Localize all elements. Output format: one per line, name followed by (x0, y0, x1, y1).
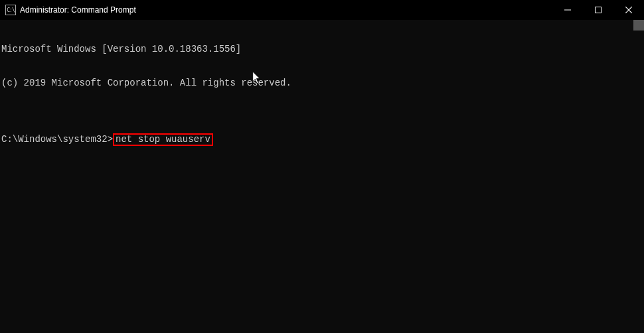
terminal-prompt: C:\Windows\system32> (1, 134, 113, 145)
window-controls (552, 0, 644, 20)
terminal-output-line: Microsoft Windows [Version 10.0.18363.15… (1, 44, 644, 55)
close-icon (625, 7, 632, 13)
maximize-icon (595, 7, 602, 13)
titlebar[interactable]: C:\ Administrator: Command Prompt (0, 0, 644, 20)
maximize-button[interactable] (583, 0, 613, 20)
terminal-output-line: (c) 2019 Microsoft Corporation. All righ… (1, 78, 644, 89)
cmd-icon: C:\ (5, 5, 16, 15)
window-title: Administrator: Command Prompt (20, 5, 552, 15)
terminal-area[interactable]: Microsoft Windows [Version 10.0.18363.15… (0, 20, 644, 333)
minimize-icon (564, 7, 571, 13)
svg-rect-0 (596, 7, 602, 13)
command-highlight: net stop wuauserv (113, 133, 213, 146)
terminal-prompt-line: C:\Windows\system32>net stop wuauserv (1, 134, 644, 146)
scrollbar-thumb[interactable] (633, 20, 644, 31)
close-button[interactable] (613, 0, 644, 20)
minimize-button[interactable] (552, 0, 583, 20)
